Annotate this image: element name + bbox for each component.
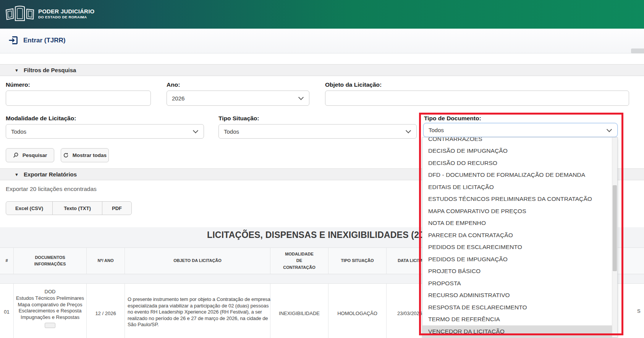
- row-edge-fragment: S: [637, 308, 641, 314]
- row-objeto: O presente instrumento tem por objeto a …: [125, 284, 270, 338]
- dropdown-option[interactable]: PEDIDOS DE IMPUGNAÇÃO: [422, 253, 612, 265]
- documento-select[interactable]: Todos: [423, 123, 618, 137]
- situacao-label: Tipo Situação:: [218, 115, 259, 122]
- app-header: PODER JUDICIÁRIO DO ESTADO DE RORAIMA: [0, 0, 644, 29]
- org-name-line2: DO ESTADO DE RORAIMA: [38, 15, 94, 19]
- documento-select-value: Todos: [429, 127, 444, 133]
- export-summary: Exportar 20 licitações encontradas: [6, 186, 97, 192]
- dropdown-option[interactable]: ESTUDOS TÉCNICOS PRELIMINARES DA CONTRAT…: [422, 193, 612, 205]
- row-modalidade: INEXIGIBILIDADE: [270, 284, 328, 338]
- objeto-input[interactable]: [325, 91, 629, 106]
- dropdown-option[interactable]: PEDIDOS DE ESCLARECIMENTO: [422, 241, 612, 254]
- dropdown-option[interactable]: CONTRARRAZÕES: [422, 137, 612, 145]
- dropdown-option-highlighted[interactable]: VENCEDOR DA LICITAÇÃO: [422, 325, 612, 338]
- pesquisar-button[interactable]: Pesquisar: [6, 148, 54, 162]
- document-item[interactable]: Esclarecimentos e Resposta: [14, 308, 86, 314]
- row-number: 01: [0, 284, 14, 338]
- objeto-label: Objeto da Licitação:: [325, 81, 382, 88]
- dropdown-option[interactable]: EDITAIS DE LICITAÇÃO: [422, 181, 612, 193]
- modalidade-select-value: Todos: [11, 128, 26, 135]
- chevron-down-icon: [607, 126, 612, 132]
- org-name-line1: PODER JUDICIÁRIO: [38, 8, 94, 14]
- documento-options-list: CONTRARRAZÕES DECISÃO DE IMPUGNAÇÃO DECI…: [422, 137, 618, 338]
- ano-label: Ano:: [167, 81, 180, 88]
- dropdown-option[interactable]: DECISÃO DO RECURSO: [422, 157, 612, 169]
- dropdown-scrollbar-thumb[interactable]: [613, 185, 617, 271]
- document-item[interactable]: Impugnações e Respostas: [14, 314, 86, 321]
- row-documents: DOD Estudos Técnicos Preliminares Mapa c…: [14, 284, 87, 338]
- dropdown-option[interactable]: RESPOSTA DE ESCLARECIMENTO: [422, 301, 612, 314]
- dropdown-option[interactable]: NOTA DE EMPENHO: [422, 217, 612, 230]
- col-header-num: #: [0, 248, 14, 274]
- chevron-down-icon: [406, 128, 411, 133]
- col-header-situacao: TIPO SITUAÇÃO: [328, 248, 387, 274]
- collapse-caret-icon: ▼: [15, 172, 19, 177]
- modalidade-label: Modalidade de Licitação:: [6, 115, 76, 122]
- situacao-select[interactable]: Todos: [218, 124, 417, 139]
- dropdown-option[interactable]: PROPOSTA: [422, 277, 612, 289]
- modalidade-select[interactable]: Todos: [6, 124, 204, 139]
- document-item[interactable]: DOD: [14, 289, 86, 295]
- export-button-group: Excel (CSV) Texto (TXT) PDF: [6, 201, 132, 215]
- dropdown-scrollbar[interactable]: [612, 137, 617, 337]
- ano-select-value: 2026: [172, 95, 184, 102]
- dropdown-option[interactable]: MAPA COMPARATIVO DE PREÇOS: [422, 205, 612, 217]
- pesquisar-label: Pesquisar: [23, 152, 47, 158]
- documento-label: Tipo de Documento:: [424, 115, 481, 122]
- org-logo: PODER JUDICIÁRIO DO ESTADO DE RORAIMA: [5, 4, 94, 24]
- dropdown-option[interactable]: RECURSO ADMINISTRATIVO: [422, 289, 612, 302]
- col-header-modalidade: MODALIDADE DE CONTRATAÇÃO: [270, 248, 328, 274]
- dropdown-option[interactable]: DECISÃO DE IMPUGNAÇÃO: [422, 145, 612, 157]
- login-label: Entrar (TJRR): [23, 37, 66, 44]
- document-item[interactable]: Estudos Técnicos Preliminares: [14, 295, 86, 302]
- dropdown-option[interactable]: PARECER DA CONTRATAÇÃO: [422, 229, 612, 241]
- refresh-icon: [63, 152, 69, 158]
- login-bar: Entrar (TJRR): [0, 29, 644, 53]
- export-csv-button[interactable]: Excel (CSV): [6, 201, 53, 215]
- filters-section-title: Filtros de Pesquisa: [24, 67, 76, 73]
- col-header-numero-ano: Nº/ ANO: [87, 248, 125, 274]
- tjrr-logo-icon: [5, 4, 35, 24]
- col-header-documentos: DOCUMENTOS INFORMAÇÕES: [14, 248, 87, 274]
- chevron-down-icon: [298, 95, 304, 100]
- login-link[interactable]: Entrar (TJRR): [8, 35, 66, 45]
- export-section-title: Exportar Relatórios: [24, 171, 77, 178]
- document-item[interactable]: Mapa comparativo de Preços: [14, 302, 86, 308]
- dropdown-option[interactable]: DFD - DOCUMENTO DE FORMALIZAÇÃO DE DEMAN…: [422, 169, 612, 181]
- search-icon: [13, 152, 19, 158]
- mostrar-todas-label: Mostrar todas: [73, 152, 107, 158]
- chevron-down-icon: [193, 128, 198, 133]
- login-arrow-icon: [8, 35, 19, 45]
- collapse-caret-icon: ▼: [15, 68, 19, 73]
- filters-section-header[interactable]: ▼ Filtros de Pesquisa: [0, 64, 644, 76]
- col-header-objeto: OBJETO DA LICITAÇÃO: [125, 248, 270, 274]
- situacao-select-value: Todos: [224, 128, 239, 135]
- dropdown-option[interactable]: TERMO DE REFERÊNCIA: [422, 314, 612, 326]
- ano-select[interactable]: 2026: [167, 91, 309, 106]
- dropdown-option[interactable]: PROJETO BÁSICO: [422, 265, 612, 278]
- row-objeto-text: O presente instrumento tem por objeto a …: [128, 296, 271, 328]
- export-pdf-button[interactable]: PDF: [102, 201, 132, 215]
- export-txt-button[interactable]: Texto (TXT): [52, 201, 102, 215]
- row-situacao: HOMOLOGAÇÃO: [328, 284, 387, 338]
- mostrar-todas-button[interactable]: Mostrar todas: [61, 148, 109, 162]
- document-more-button[interactable]: [45, 323, 55, 328]
- partial-element-fragment: [631, 49, 644, 53]
- numero-label: Número:: [6, 81, 30, 88]
- row-numero-ano: 12 / 2026: [87, 284, 125, 338]
- numero-input[interactable]: [6, 91, 151, 106]
